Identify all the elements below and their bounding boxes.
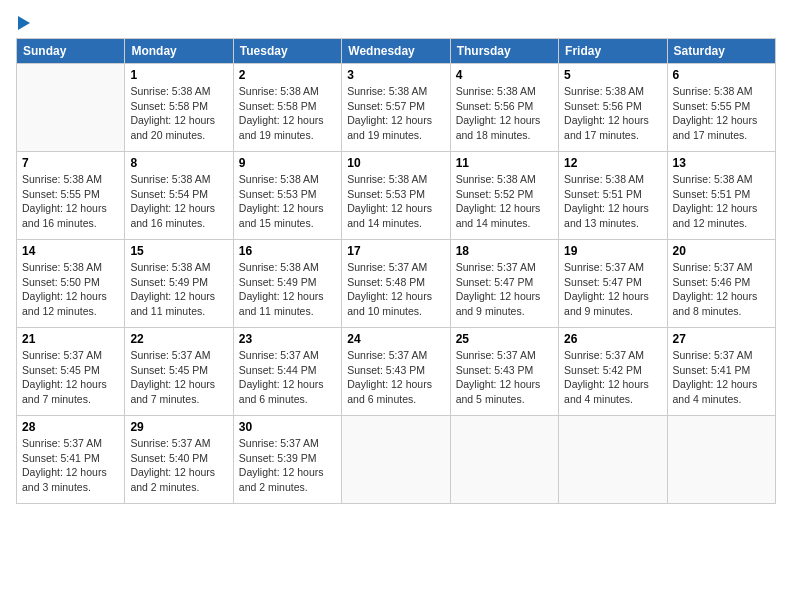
- day-info: Sunrise: 5:38 AMSunset: 5:50 PMDaylight:…: [22, 260, 119, 319]
- col-header-tuesday: Tuesday: [233, 39, 341, 64]
- day-info: Sunrise: 5:37 AMSunset: 5:40 PMDaylight:…: [130, 436, 227, 495]
- calendar-cell: 24Sunrise: 5:37 AMSunset: 5:43 PMDayligh…: [342, 328, 450, 416]
- calendar-week-row: 1Sunrise: 5:38 AMSunset: 5:58 PMDaylight…: [17, 64, 776, 152]
- day-number: 28: [22, 420, 119, 434]
- calendar-week-row: 28Sunrise: 5:37 AMSunset: 5:41 PMDayligh…: [17, 416, 776, 504]
- day-number: 7: [22, 156, 119, 170]
- day-number: 29: [130, 420, 227, 434]
- day-info: Sunrise: 5:37 AMSunset: 5:43 PMDaylight:…: [456, 348, 553, 407]
- calendar-cell: 23Sunrise: 5:37 AMSunset: 5:44 PMDayligh…: [233, 328, 341, 416]
- calendar-cell: 19Sunrise: 5:37 AMSunset: 5:47 PMDayligh…: [559, 240, 667, 328]
- calendar-cell: 7Sunrise: 5:38 AMSunset: 5:55 PMDaylight…: [17, 152, 125, 240]
- calendar-cell: 14Sunrise: 5:38 AMSunset: 5:50 PMDayligh…: [17, 240, 125, 328]
- day-number: 22: [130, 332, 227, 346]
- logo: [16, 16, 32, 30]
- day-info: Sunrise: 5:38 AMSunset: 5:58 PMDaylight:…: [239, 84, 336, 143]
- day-info: Sunrise: 5:38 AMSunset: 5:49 PMDaylight:…: [130, 260, 227, 319]
- calendar-table: SundayMondayTuesdayWednesdayThursdayFrid…: [16, 38, 776, 504]
- calendar-cell: 26Sunrise: 5:37 AMSunset: 5:42 PMDayligh…: [559, 328, 667, 416]
- calendar-cell: [559, 416, 667, 504]
- calendar-cell: 22Sunrise: 5:37 AMSunset: 5:45 PMDayligh…: [125, 328, 233, 416]
- calendar-cell: 8Sunrise: 5:38 AMSunset: 5:54 PMDaylight…: [125, 152, 233, 240]
- day-info: Sunrise: 5:38 AMSunset: 5:55 PMDaylight:…: [673, 84, 770, 143]
- day-number: 3: [347, 68, 444, 82]
- calendar-cell: 9Sunrise: 5:38 AMSunset: 5:53 PMDaylight…: [233, 152, 341, 240]
- day-info: Sunrise: 5:38 AMSunset: 5:57 PMDaylight:…: [347, 84, 444, 143]
- calendar-cell: 13Sunrise: 5:38 AMSunset: 5:51 PMDayligh…: [667, 152, 775, 240]
- calendar-cell: 5Sunrise: 5:38 AMSunset: 5:56 PMDaylight…: [559, 64, 667, 152]
- day-info: Sunrise: 5:38 AMSunset: 5:51 PMDaylight:…: [564, 172, 661, 231]
- col-header-wednesday: Wednesday: [342, 39, 450, 64]
- day-number: 14: [22, 244, 119, 258]
- calendar-cell: 25Sunrise: 5:37 AMSunset: 5:43 PMDayligh…: [450, 328, 558, 416]
- calendar-week-row: 21Sunrise: 5:37 AMSunset: 5:45 PMDayligh…: [17, 328, 776, 416]
- day-info: Sunrise: 5:37 AMSunset: 5:44 PMDaylight:…: [239, 348, 336, 407]
- calendar-header-row: SundayMondayTuesdayWednesdayThursdayFrid…: [17, 39, 776, 64]
- day-number: 17: [347, 244, 444, 258]
- day-number: 5: [564, 68, 661, 82]
- day-number: 6: [673, 68, 770, 82]
- day-number: 11: [456, 156, 553, 170]
- day-info: Sunrise: 5:37 AMSunset: 5:41 PMDaylight:…: [673, 348, 770, 407]
- day-info: Sunrise: 5:37 AMSunset: 5:41 PMDaylight:…: [22, 436, 119, 495]
- day-number: 24: [347, 332, 444, 346]
- day-number: 23: [239, 332, 336, 346]
- calendar-cell: 4Sunrise: 5:38 AMSunset: 5:56 PMDaylight…: [450, 64, 558, 152]
- col-header-friday: Friday: [559, 39, 667, 64]
- calendar-cell: 11Sunrise: 5:38 AMSunset: 5:52 PMDayligh…: [450, 152, 558, 240]
- calendar-cell: 15Sunrise: 5:38 AMSunset: 5:49 PMDayligh…: [125, 240, 233, 328]
- calendar-cell: [342, 416, 450, 504]
- day-info: Sunrise: 5:38 AMSunset: 5:56 PMDaylight:…: [456, 84, 553, 143]
- calendar-cell: 17Sunrise: 5:37 AMSunset: 5:48 PMDayligh…: [342, 240, 450, 328]
- col-header-monday: Monday: [125, 39, 233, 64]
- calendar-cell: 12Sunrise: 5:38 AMSunset: 5:51 PMDayligh…: [559, 152, 667, 240]
- col-header-saturday: Saturday: [667, 39, 775, 64]
- day-info: Sunrise: 5:38 AMSunset: 5:54 PMDaylight:…: [130, 172, 227, 231]
- day-info: Sunrise: 5:38 AMSunset: 5:49 PMDaylight:…: [239, 260, 336, 319]
- day-number: 9: [239, 156, 336, 170]
- day-info: Sunrise: 5:37 AMSunset: 5:46 PMDaylight:…: [673, 260, 770, 319]
- calendar-cell: 6Sunrise: 5:38 AMSunset: 5:55 PMDaylight…: [667, 64, 775, 152]
- day-info: Sunrise: 5:37 AMSunset: 5:43 PMDaylight:…: [347, 348, 444, 407]
- calendar-cell: 21Sunrise: 5:37 AMSunset: 5:45 PMDayligh…: [17, 328, 125, 416]
- day-info: Sunrise: 5:38 AMSunset: 5:56 PMDaylight:…: [564, 84, 661, 143]
- day-info: Sunrise: 5:38 AMSunset: 5:58 PMDaylight:…: [130, 84, 227, 143]
- calendar-cell: 3Sunrise: 5:38 AMSunset: 5:57 PMDaylight…: [342, 64, 450, 152]
- day-number: 18: [456, 244, 553, 258]
- day-number: 4: [456, 68, 553, 82]
- day-number: 25: [456, 332, 553, 346]
- day-number: 30: [239, 420, 336, 434]
- calendar-cell: 30Sunrise: 5:37 AMSunset: 5:39 PMDayligh…: [233, 416, 341, 504]
- day-info: Sunrise: 5:38 AMSunset: 5:53 PMDaylight:…: [239, 172, 336, 231]
- day-number: 26: [564, 332, 661, 346]
- calendar-week-row: 14Sunrise: 5:38 AMSunset: 5:50 PMDayligh…: [17, 240, 776, 328]
- calendar-cell: 10Sunrise: 5:38 AMSunset: 5:53 PMDayligh…: [342, 152, 450, 240]
- day-number: 19: [564, 244, 661, 258]
- col-header-sunday: Sunday: [17, 39, 125, 64]
- day-number: 2: [239, 68, 336, 82]
- calendar-cell: 18Sunrise: 5:37 AMSunset: 5:47 PMDayligh…: [450, 240, 558, 328]
- day-number: 20: [673, 244, 770, 258]
- logo-arrow-icon: [18, 16, 30, 30]
- day-info: Sunrise: 5:37 AMSunset: 5:42 PMDaylight:…: [564, 348, 661, 407]
- day-info: Sunrise: 5:38 AMSunset: 5:53 PMDaylight:…: [347, 172, 444, 231]
- day-info: Sunrise: 5:37 AMSunset: 5:45 PMDaylight:…: [22, 348, 119, 407]
- day-info: Sunrise: 5:37 AMSunset: 5:39 PMDaylight:…: [239, 436, 336, 495]
- day-info: Sunrise: 5:38 AMSunset: 5:51 PMDaylight:…: [673, 172, 770, 231]
- calendar-cell: 28Sunrise: 5:37 AMSunset: 5:41 PMDayligh…: [17, 416, 125, 504]
- day-number: 15: [130, 244, 227, 258]
- day-info: Sunrise: 5:38 AMSunset: 5:55 PMDaylight:…: [22, 172, 119, 231]
- day-info: Sunrise: 5:37 AMSunset: 5:45 PMDaylight:…: [130, 348, 227, 407]
- calendar-cell: 20Sunrise: 5:37 AMSunset: 5:46 PMDayligh…: [667, 240, 775, 328]
- day-info: Sunrise: 5:37 AMSunset: 5:47 PMDaylight:…: [456, 260, 553, 319]
- day-number: 10: [347, 156, 444, 170]
- col-header-thursday: Thursday: [450, 39, 558, 64]
- calendar-cell: [17, 64, 125, 152]
- calendar-cell: [667, 416, 775, 504]
- calendar-week-row: 7Sunrise: 5:38 AMSunset: 5:55 PMDaylight…: [17, 152, 776, 240]
- calendar-cell: 27Sunrise: 5:37 AMSunset: 5:41 PMDayligh…: [667, 328, 775, 416]
- calendar-cell: 29Sunrise: 5:37 AMSunset: 5:40 PMDayligh…: [125, 416, 233, 504]
- day-number: 21: [22, 332, 119, 346]
- calendar-cell: 16Sunrise: 5:38 AMSunset: 5:49 PMDayligh…: [233, 240, 341, 328]
- calendar-cell: 2Sunrise: 5:38 AMSunset: 5:58 PMDaylight…: [233, 64, 341, 152]
